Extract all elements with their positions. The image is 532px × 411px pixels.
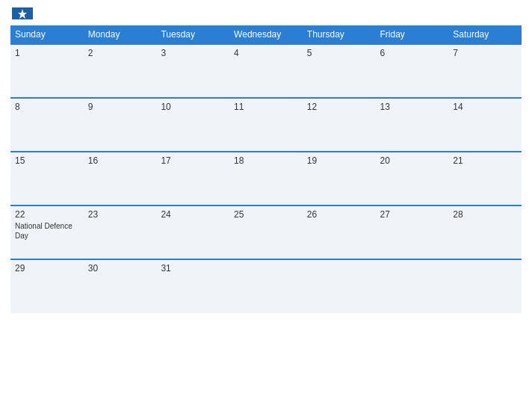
day-number: 30 [88,263,152,274]
calendar-cell: 30 [84,259,157,313]
calendar-cell: 28 [448,206,522,259]
day-number: 23 [88,209,152,220]
day-number: 8 [15,102,79,112]
day-number: 10 [161,102,225,112]
day-number: 5 [307,48,371,58]
calendar-cell: 6 [376,44,449,98]
calendar-week-row: 293031 [10,259,522,313]
day-number: 20 [380,155,445,166]
calendar-container: Sunday Monday Tuesday Wednesday Thursday… [0,0,532,411]
calendar-cell: 15 [10,152,84,206]
calendar-cell: 22National Defence Day [10,206,84,259]
day-number: 3 [161,48,225,58]
logo [10,7,33,19]
calendar-cell: 9 [84,98,157,152]
day-number: 15 [15,155,79,166]
day-number: 17 [161,155,225,166]
header-wednesday: Wednesday [229,25,303,44]
header-saturday: Saturday [448,25,522,44]
calendar-cell: 27 [376,206,449,259]
calendar-week-row: 22National Defence Day232425262728 [10,206,522,259]
calendar-cell: 14 [448,98,522,152]
day-number: 2 [88,48,152,58]
calendar-cell [229,259,303,313]
day-number: 12 [307,102,371,112]
day-number: 25 [234,209,298,220]
header-friday: Friday [376,25,449,44]
calendar-week-row: 15161718192021 [10,152,522,206]
calendar-cell: 26 [303,206,376,259]
header-thursday: Thursday [303,25,376,44]
calendar-cell: 10 [156,98,229,152]
calendar-cell: 18 [229,152,303,206]
logo-flag-icon [12,7,33,19]
day-number: 16 [88,155,152,166]
calendar-cell [448,259,522,313]
calendar-cell: 23 [84,206,157,259]
day-number: 7 [453,48,517,58]
day-number: 6 [380,48,445,58]
calendar-week-row: 891011121314 [10,98,522,152]
calendar-cell: 4 [229,44,303,98]
day-number: 21 [453,155,517,166]
calendar-table: Sunday Monday Tuesday Wednesday Thursday… [10,25,522,313]
day-number: 26 [307,209,371,220]
calendar-cell: 8 [10,98,84,152]
header-tuesday: Tuesday [156,25,229,44]
day-number: 4 [234,48,298,58]
day-number: 18 [234,155,298,166]
calendar-cell: 21 [448,152,522,206]
weekday-header-row: Sunday Monday Tuesday Wednesday Thursday… [10,25,522,44]
calendar-cell: 29 [10,259,84,313]
calendar-cell [376,259,449,313]
day-number: 31 [161,263,225,274]
calendar-cell: 13 [376,98,449,152]
calendar-cell: 3 [156,44,229,98]
calendar-cell: 5 [303,44,376,98]
holiday-label: National Defence Day [15,221,79,241]
calendar-cell: 20 [376,152,449,206]
day-number: 19 [307,155,371,166]
day-number: 9 [88,102,152,112]
calendar-cell: 17 [156,152,229,206]
calendar-cell: 12 [303,98,376,152]
calendar-cell: 1 [10,44,84,98]
calendar-cell: 19 [303,152,376,206]
day-number: 27 [380,209,445,220]
day-number: 11 [234,102,298,112]
calendar-cell: 24 [156,206,229,259]
calendar-cell: 31 [156,259,229,313]
day-number: 14 [453,102,517,112]
calendar-cell [303,259,376,313]
calendar-cell: 7 [448,44,522,98]
day-number: 29 [15,263,79,274]
calendar-cell: 2 [84,44,157,98]
header-monday: Monday [84,25,157,44]
day-number: 24 [161,209,225,220]
calendar-cell: 16 [84,152,157,206]
day-number: 28 [453,209,517,220]
calendar-header [10,7,522,19]
calendar-cell: 11 [229,98,303,152]
day-number: 22 [15,209,79,220]
header-sunday: Sunday [10,25,84,44]
day-number: 1 [15,48,79,58]
calendar-cell: 25 [229,206,303,259]
day-number: 13 [380,102,445,112]
calendar-week-row: 1234567 [10,44,522,98]
